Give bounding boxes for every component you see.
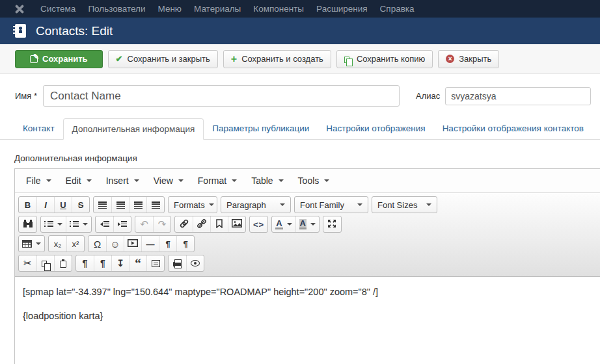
template-icon	[152, 260, 160, 267]
copy-button[interactable]	[36, 255, 54, 271]
blockquote-button[interactable]: “	[129, 255, 146, 271]
pilcrow-icon: ¶	[83, 258, 88, 268]
preview-button[interactable]	[186, 255, 204, 271]
pilcrow-icon: ¶	[100, 258, 105, 268]
insert-image-button[interactable]	[228, 216, 245, 232]
mce-menu-edit[interactable]: Edit	[59, 172, 99, 190]
bullet-list-icon	[44, 221, 53, 228]
font-sizes-dropdown[interactable]: Font Sizes	[372, 197, 437, 213]
pagebreak-button[interactable]: ↧	[111, 255, 129, 271]
name-input[interactable]	[43, 85, 400, 107]
remove-link-button[interactable]	[193, 216, 210, 232]
align-right-button[interactable]	[129, 197, 146, 213]
superscript-button[interactable]: x²	[66, 236, 84, 252]
tab-publishing[interactable]: Параметры публикации	[204, 118, 318, 140]
menu-menus[interactable]: Меню	[158, 4, 182, 14]
menu-components[interactable]: Компоненты	[253, 4, 304, 14]
menu-users[interactable]: Пользователи	[88, 4, 145, 14]
link-icon	[179, 218, 189, 231]
visual-chars-button[interactable]: ¶	[94, 255, 111, 271]
numbered-list-icon	[70, 221, 79, 228]
tab-display[interactable]: Настройки отображения	[318, 118, 433, 140]
undo-button[interactable]: ↶	[135, 216, 153, 232]
mce-menu-format[interactable]: Format	[191, 172, 244, 190]
underline-button[interactable]: U	[54, 197, 72, 213]
formats-dropdown[interactable]: Formats	[169, 197, 217, 213]
background-color-icon: A	[299, 219, 307, 229]
strikethrough-button[interactable]: S	[72, 197, 89, 213]
scissors-icon: ✂	[23, 257, 32, 269]
tab-contact-display[interactable]: Настройки отображения контактов	[434, 118, 592, 140]
toolbar-row-3: x₂ x² Ω ☺ — ¶ ¶	[18, 234, 597, 254]
text-color-button[interactable]: A	[272, 216, 295, 232]
caret-down-icon	[178, 179, 184, 182]
caret-down-icon	[46, 179, 51, 182]
outdent-button[interactable]	[96, 216, 113, 232]
mce-menu-file[interactable]: File	[19, 172, 59, 190]
numbered-list-button[interactable]	[66, 216, 91, 232]
table-icon	[22, 240, 32, 248]
menu-system[interactable]: Система	[40, 4, 75, 14]
editor-menubar: File Edit Insert View Format Table Tools	[15, 169, 600, 193]
printer-icon	[173, 262, 182, 266]
menu-extensions[interactable]: Расширения	[316, 4, 368, 14]
visual-blocks-button[interactable]: ¶	[76, 255, 94, 271]
fullscreen-button[interactable]	[323, 216, 341, 232]
italic-button[interactable]: I	[36, 197, 54, 213]
text-color-icon: A	[275, 219, 282, 229]
tab-misc-info[interactable]: Дополнительная информация	[63, 118, 204, 140]
mce-menu-view[interactable]: View	[146, 172, 191, 190]
menu-help[interactable]: Справка	[380, 4, 415, 14]
print-button[interactable]	[169, 255, 186, 271]
table-button[interactable]	[19, 236, 44, 252]
editor-toolbars: B I U S Formats Paragraph Font Family	[15, 193, 600, 277]
alias-label: Алиас	[416, 91, 440, 101]
caret-down-icon	[36, 242, 41, 245]
align-center-button[interactable]	[111, 197, 129, 213]
paste-button[interactable]	[54, 255, 72, 271]
caret-down-icon	[57, 223, 62, 226]
bold-button[interactable]: B	[19, 197, 36, 213]
horizontal-rule-button[interactable]: —	[141, 236, 159, 252]
source-code-button[interactable]: <>	[250, 216, 267, 232]
cut-button[interactable]: ✂	[19, 255, 36, 271]
menu-content[interactable]: Материалы	[194, 4, 241, 14]
anchor-button[interactable]	[210, 216, 228, 232]
save-new-button[interactable]: + Сохранить и создать	[223, 50, 331, 68]
close-button[interactable]: × Закрыть	[438, 50, 499, 68]
caret-down-icon	[357, 203, 362, 206]
find-replace-button[interactable]	[19, 216, 36, 232]
eye-icon	[191, 260, 200, 266]
save-close-button[interactable]: ✔ Сохранить и закрыть	[108, 50, 218, 68]
insert-media-button[interactable]	[124, 236, 141, 252]
ltr-button[interactable]: ¶	[159, 236, 176, 252]
caret-down-icon	[279, 179, 284, 182]
special-character-button[interactable]: Ω	[89, 236, 106, 252]
mce-menu-table[interactable]: Table	[244, 172, 290, 190]
mce-menu-tools[interactable]: Tools	[291, 172, 337, 190]
rich-text-editor: File Edit Insert View Format Table Tools…	[14, 168, 600, 364]
rtl-button[interactable]: ¶	[176, 236, 194, 252]
align-left-icon	[98, 202, 107, 209]
alias-input[interactable]	[445, 87, 591, 105]
tab-contact[interactable]: Контакт	[14, 118, 63, 140]
subscript-button[interactable]: x₂	[49, 236, 66, 252]
font-family-dropdown[interactable]: Font Family	[295, 197, 368, 213]
redo-button[interactable]: ↷	[153, 216, 170, 232]
save-button[interactable]: Сохранить	[15, 50, 103, 68]
mce-menu-insert[interactable]: Insert	[99, 172, 146, 190]
rtl-paragraph-icon: ¶	[183, 239, 187, 249]
editor-text-line: [spmap lat="-34.397" lng="150.644" mapty…	[23, 287, 592, 297]
editor-content-area[interactable]: [spmap lat="-34.397" lng="150.644" mapty…	[15, 277, 600, 364]
save-copy-button[interactable]: Сохранить копию	[336, 50, 433, 68]
paragraph-dropdown[interactable]: Paragraph	[221, 197, 290, 213]
insert-link-button[interactable]	[175, 216, 193, 232]
indent-button[interactable]	[113, 216, 131, 232]
template-button[interactable]	[146, 255, 164, 271]
align-justify-button[interactable]	[146, 197, 164, 213]
align-left-button[interactable]	[94, 197, 111, 213]
subscript-icon: x₂	[54, 239, 62, 249]
bullet-list-button[interactable]	[41, 216, 66, 232]
emoticons-button[interactable]: ☺	[106, 236, 124, 252]
background-color-button[interactable]: A	[295, 216, 319, 232]
